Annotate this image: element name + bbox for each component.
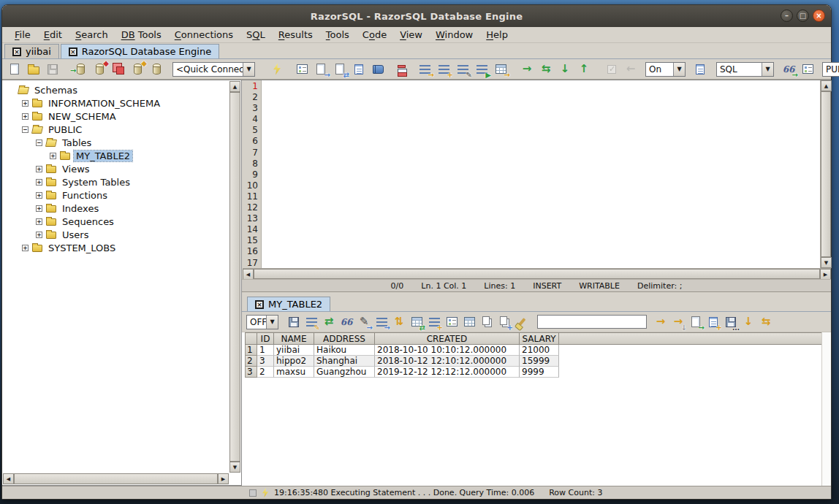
table-cell[interactable]: 9999: [520, 367, 559, 378]
tree-item-users[interactable]: +Users: [3, 228, 229, 241]
search-down-icon[interactable]: →↓: [670, 314, 686, 330]
tree-item-schemas[interactable]: Schemas: [3, 83, 229, 96]
editor-horizontal-scrollbar[interactable]: ◀ ▶: [243, 268, 831, 279]
row-header[interactable]: 2: [245, 356, 257, 367]
expand-icon[interactable]: +: [36, 179, 42, 186]
tree-item-sequences[interactable]: +Sequences: [3, 215, 229, 228]
expand-icon[interactable]: +: [36, 166, 42, 172]
menu-file[interactable]: File: [8, 29, 37, 40]
scroll-left-icon[interactable]: ◀: [3, 473, 14, 484]
tree-item-new_schema[interactable]: +NEW_SCHEMA: [3, 110, 229, 123]
chevron-down-icon[interactable]: ▼: [243, 63, 254, 76]
table-cell[interactable]: Haikou: [314, 345, 375, 356]
menu-edit[interactable]: Edit: [37, 29, 69, 40]
copy-with-headers-icon[interactable]: +: [496, 314, 512, 330]
insert-row-icon[interactable]: +: [426, 314, 442, 330]
table-cell[interactable]: 2: [257, 367, 274, 378]
title-bar[interactable]: RazorSQL - RazorSQL Database Engine – □ …: [2, 5, 831, 27]
menu-view[interactable]: View: [393, 29, 429, 40]
edit-statement-icon[interactable]: ✎: [454, 61, 471, 77]
copy-rows-icon[interactable]: [479, 314, 495, 330]
expand-icon[interactable]: +: [22, 245, 29, 251]
expand-icon[interactable]: +: [36, 192, 42, 199]
table-cell[interactable]: 2018-10-12 12:10:12.000000: [375, 356, 520, 367]
form-view-icon[interactable]: [444, 314, 460, 330]
connect-icon[interactable]: →: [72, 61, 89, 77]
schema-dropdown[interactable]: PUBLIC ▼: [822, 62, 839, 77]
table-cell[interactable]: Guangzhou: [314, 367, 375, 378]
search-next-icon[interactable]: →: [653, 314, 669, 330]
column-header-address[interactable]: ADDRESS: [314, 332, 375, 345]
execute-script-icon[interactable]: ▶: [473, 61, 490, 77]
export-page-icon[interactable]: →: [312, 61, 330, 77]
results-search-input[interactable]: [537, 315, 647, 329]
table-cell[interactable]: 2018-10-10 10:10:12.000000: [375, 345, 520, 356]
describe-table-icon[interactable]: →: [416, 61, 433, 77]
column-header-name[interactable]: NAME: [274, 332, 314, 345]
chevron-down-icon[interactable]: ▼: [673, 63, 685, 76]
scrollbar-thumb[interactable]: [821, 91, 831, 257]
results-vertical-scrollbar[interactable]: [821, 332, 831, 486]
scroll-down-icon[interactable]: ▼: [821, 257, 832, 268]
scrollbar-thumb[interactable]: [14, 473, 218, 484]
close-icon[interactable]: ×: [813, 9, 825, 22]
ddl-list-icon[interactable]: [799, 61, 816, 77]
auto-commit-dropdown[interactable]: On ▼: [645, 62, 686, 77]
reload-page-icon[interactable]: ⇄: [331, 61, 349, 77]
menu-search[interactable]: Search: [69, 29, 115, 40]
database-browser-icon[interactable]: [392, 61, 410, 77]
insert-statement-icon[interactable]: +: [435, 61, 452, 77]
column-header-created[interactable]: CREATED: [375, 332, 520, 345]
table-cell[interactable]: 1: [257, 345, 274, 356]
tree-horizontal-scrollbar[interactable]: ◀ ▶: [3, 473, 229, 484]
editor-vertical-scrollbar[interactable]: ▲ ▼: [820, 80, 831, 268]
export-table-icon[interactable]: →: [492, 61, 509, 77]
menu-db-tools[interactable]: DB Tools: [115, 29, 168, 40]
expand-icon[interactable]: +: [36, 218, 42, 225]
maximize-icon[interactable]: □: [797, 9, 809, 22]
tree-item-my_table2[interactable]: +MY_TABLE2: [3, 149, 229, 162]
tree-item-tables[interactable]: −Tables: [3, 136, 229, 149]
up-arrow-icon[interactable]: ↑: [575, 61, 593, 77]
menu-results[interactable]: Results: [272, 29, 319, 40]
scrollbar-thumb[interactable]: [254, 269, 820, 279]
quick-connect-dropdown[interactable]: <Quick Connect> ▼: [172, 62, 255, 77]
close-tab-icon[interactable]: ×: [255, 300, 264, 309]
tree-item-functions[interactable]: +Functions: [3, 188, 229, 202]
table-cell[interactable]: 2019-12-12 12:12:12.000000: [375, 367, 520, 378]
execute-sql-icon[interactable]: [268, 61, 286, 77]
collapse-icon[interactable]: −: [36, 140, 42, 146]
menu-window[interactable]: Window: [429, 29, 479, 40]
collapse-icon[interactable]: −: [22, 126, 29, 133]
switch-columns-icon[interactable]: ⇆: [758, 314, 774, 330]
generate-statement-icon[interactable]: +: [705, 314, 721, 330]
new-connection-icon[interactable]: ◆: [129, 61, 146, 77]
tree-item-indexes[interactable]: +Indexes: [3, 202, 229, 215]
open-file-icon[interactable]: [25, 61, 42, 77]
reload-table-icon[interactable]: ⇄: [409, 314, 425, 330]
preferences-icon[interactable]: [293, 61, 311, 77]
scrollbar-thumb[interactable]: [229, 92, 240, 462]
journal-icon[interactable]: [350, 61, 368, 77]
column-header-id[interactable]: ID: [257, 332, 274, 345]
tab-my-table2[interactable]: × MY_TABLE2: [247, 297, 330, 311]
tree-item-information_schema[interactable]: +INFORMATION_SCHEMA: [3, 96, 229, 110]
tab-yiibai[interactable]: × yiibai: [4, 44, 59, 58]
chevron-down-icon[interactable]: ▼: [266, 316, 278, 329]
menu-connections[interactable]: Connections: [168, 29, 240, 40]
tree-item-system-tables[interactable]: +System Tables: [3, 175, 229, 188]
language-dropdown[interactable]: SQL ▼: [716, 62, 774, 77]
filter-results-icon[interactable]: ✎: [303, 314, 319, 330]
database-icon[interactable]: [148, 61, 165, 77]
menu-code[interactable]: Code: [356, 29, 393, 40]
scroll-bottom-icon[interactable]: ↓: [740, 314, 756, 330]
menu-sql[interactable]: SQL: [240, 29, 272, 40]
disconnect-all-icon[interactable]: [110, 61, 127, 77]
expand-icon[interactable]: +: [50, 153, 56, 159]
minimize-icon[interactable]: –: [781, 9, 793, 22]
new-editor-tab-icon[interactable]: [691, 61, 709, 77]
copy-code-icon[interactable]: 66→: [780, 61, 797, 77]
scroll-down-icon[interactable]: ▼: [229, 462, 240, 473]
tree-item-views[interactable]: +Views: [3, 162, 229, 175]
highlight-icon[interactable]: [514, 314, 530, 330]
